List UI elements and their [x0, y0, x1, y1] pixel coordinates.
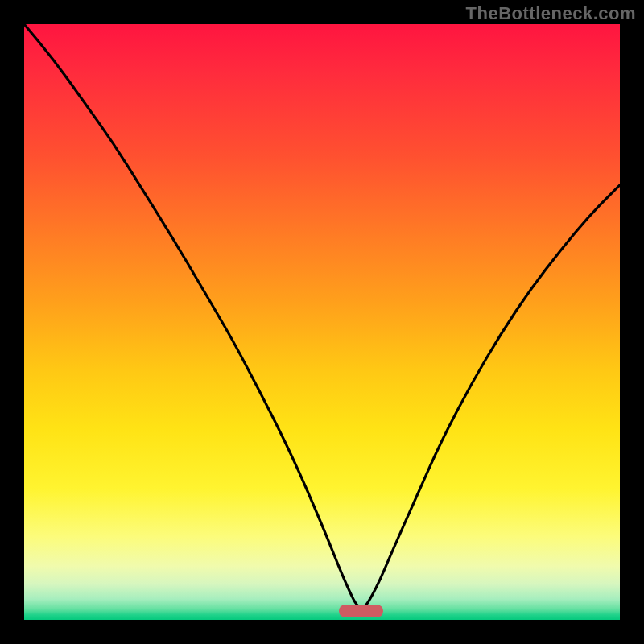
curve-path [24, 24, 620, 607]
chart-frame: TheBottleneck.com [0, 0, 644, 644]
plot-area [24, 24, 620, 620]
optimum-marker [339, 605, 383, 617]
bottleneck-curve [24, 24, 620, 620]
watermark-text: TheBottleneck.com [466, 3, 636, 24]
